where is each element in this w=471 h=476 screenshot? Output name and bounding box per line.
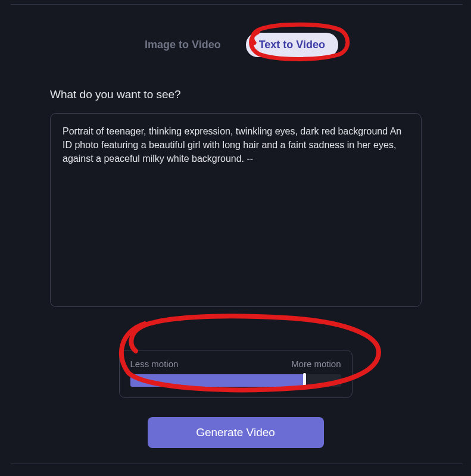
- motion-slider-fill: [130, 374, 304, 387]
- motion-slider-track[interactable]: [130, 374, 341, 387]
- prompt-input[interactable]: [50, 113, 422, 307]
- tab-image-to-video[interactable]: Image to Video: [133, 33, 233, 57]
- main-content: Image to Video Text to Video What do you…: [0, 0, 471, 448]
- top-divider: [11, 4, 463, 5]
- prompt-label: What do you want to see?: [50, 88, 421, 101]
- tab-text-to-video[interactable]: Text to Video: [246, 33, 338, 57]
- generate-video-button[interactable]: Generate Video: [148, 417, 324, 448]
- motion-less-label: Less motion: [130, 359, 179, 369]
- motion-slider-handle[interactable]: [303, 373, 306, 388]
- motion-labels: Less motion More motion: [130, 359, 341, 369]
- motion-slider-panel: Less motion More motion: [119, 350, 353, 398]
- prompt-section: What do you want to see?: [50, 88, 421, 309]
- tabs-container: Image to Video Text to Video: [11, 33, 460, 57]
- bottom-divider: [11, 464, 463, 464]
- motion-more-label: More motion: [291, 359, 341, 369]
